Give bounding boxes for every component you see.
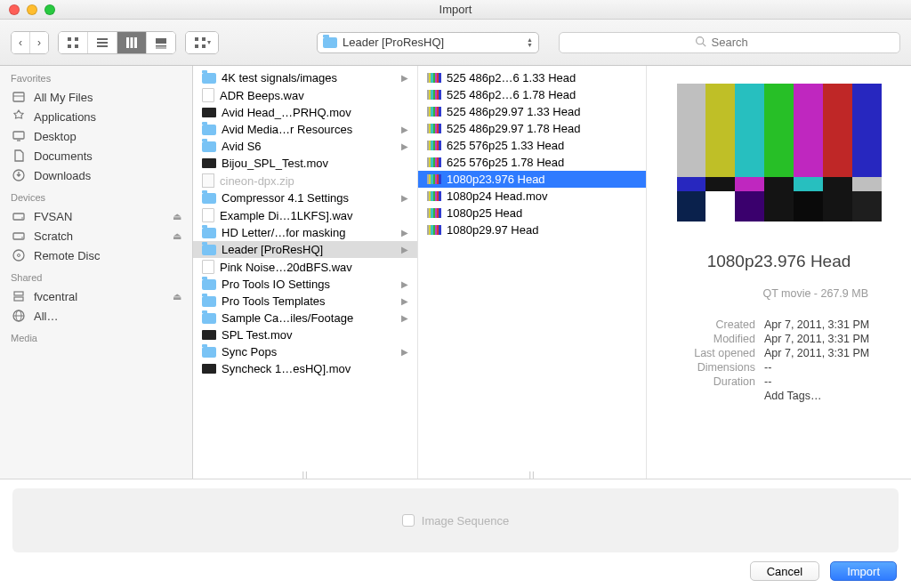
file-row[interactable]: 525 486p29.97 1.33 Head — [418, 103, 646, 120]
eject-icon[interactable]: ⏏ — [173, 230, 181, 242]
location-popup[interactable]: Leader [ProResHQ] ▲▼ — [317, 32, 539, 53]
nav-back-forward: ‹ › — [11, 31, 49, 54]
column-resize-handle[interactable]: || — [528, 471, 535, 479]
sidebar-item[interactable]: fvcentral⏏ — [0, 286, 192, 306]
svg-rect-5 — [97, 42, 108, 44]
metadata-row: Dimensions-- — [663, 360, 895, 375]
disc-icon — [11, 248, 27, 262]
arrange-button[interactable]: ▾ — [186, 32, 218, 53]
view-coverflow-button[interactable] — [146, 32, 175, 53]
sidebar-item[interactable]: All… — [0, 306, 192, 326]
svg-rect-12 — [156, 47, 166, 48]
file-row[interactable]: Bijou_SPL_Test.mov — [193, 155, 417, 172]
eject-icon[interactable]: ⏏ — [173, 291, 181, 302]
view-list-button[interactable] — [87, 32, 117, 53]
file-row[interactable]: Syncheck 1…esHQ].mov — [193, 360, 417, 377]
file-label: Leader [ProResHQ] — [222, 243, 323, 256]
file-row[interactable]: 1080p29.97 Head — [418, 222, 646, 238]
file-row[interactable]: 525 486p29.97 1.78 Head — [418, 120, 646, 137]
file-row[interactable]: Compressor 4.1 Settings▶ — [193, 189, 417, 206]
chevron-right-icon: ▶ — [401, 245, 412, 254]
sidebar-item[interactable]: Desktop — [0, 126, 192, 146]
svg-point-29 — [18, 254, 20, 257]
server-icon — [11, 289, 27, 303]
file-row[interactable]: Sync Pops▶ — [193, 343, 417, 360]
arrange-menu[interactable]: ▾ — [185, 31, 219, 54]
sidebar-item[interactable]: Remote Disc — [0, 246, 192, 265]
file-row[interactable]: Avid Media…r Resources▶ — [193, 121, 417, 138]
sidebar-item[interactable]: Documents — [0, 146, 192, 165]
file-label: Avid Head_…PRHQ.mov — [222, 106, 351, 119]
colorbars-icon — [427, 174, 441, 184]
chevron-right-icon: ▶ — [401, 125, 412, 134]
location-label: Leader [ProResHQ] — [343, 36, 444, 49]
nav-forward-button[interactable]: › — [29, 32, 48, 53]
file-row[interactable]: cineon-dpx.zip — [193, 172, 417, 189]
file-label: 525 486p29.97 1.33 Head — [447, 105, 580, 118]
file-row[interactable]: Avid S6▶ — [193, 138, 417, 155]
search-icon — [695, 36, 706, 50]
file-row[interactable]: 525 486p2…6 1.78 Head — [418, 86, 646, 103]
image-sequence-label: Image Sequence — [422, 514, 509, 528]
sidebar-item[interactable]: Applications — [0, 107, 192, 126]
file-row[interactable]: Avid Head_…PRHQ.mov — [193, 104, 417, 121]
file-row[interactable]: Example Di…1LKFS].wav — [193, 206, 417, 224]
sidebar-group-header: Devices — [0, 185, 192, 206]
file-row[interactable]: 625 576p25 1.78 Head — [418, 154, 646, 171]
file-row[interactable]: 1080p23.976 Head — [418, 171, 646, 188]
cancel-button[interactable]: Cancel — [750, 561, 819, 581]
sidebar-item-label: Documents — [34, 149, 93, 163]
svg-rect-31 — [14, 297, 23, 301]
file-row[interactable]: 1080p24 Head.mov — [418, 188, 646, 205]
file-label: 1080p25 Head — [447, 206, 522, 220]
folder-icon — [202, 279, 216, 290]
sidebar-group-header: Shared — [0, 265, 192, 286]
sidebar-item[interactable]: FVSAN⏏ — [0, 206, 192, 226]
svg-rect-13 — [195, 37, 198, 41]
svg-rect-2 — [68, 44, 71, 48]
file-row[interactable]: 1080p25 Head — [418, 205, 646, 222]
search-field[interactable] — [559, 32, 900, 53]
drive-icon — [11, 229, 27, 243]
file-label: 1080p24 Head.mov — [447, 189, 547, 203]
file-row[interactable]: HD Letter/…for masking▶ — [193, 224, 417, 241]
sidebar-item[interactable]: Downloads — [0, 165, 192, 185]
file-row[interactable]: 525 486p2…6 1.33 Head — [418, 69, 646, 86]
svg-rect-6 — [97, 45, 108, 47]
view-column-button[interactable] — [117, 32, 146, 53]
nav-back-button[interactable]: ‹ — [12, 32, 29, 53]
folder-icon — [202, 347, 216, 358]
file-label: Example Di…1LKFS].wav — [220, 209, 353, 222]
file-row[interactable]: 625 576p25 1.33 Head — [418, 137, 646, 154]
search-input[interactable] — [712, 36, 765, 49]
file-row[interactable]: SPL Test.mov — [193, 326, 417, 343]
column-resize-handle[interactable]: || — [302, 471, 308, 479]
file-row[interactable]: Leader [ProResHQ]▶ — [193, 241, 417, 258]
file-row[interactable]: ADR Beeps.wav — [193, 86, 417, 104]
sidebar-item[interactable]: Scratch⏏ — [0, 226, 192, 246]
browser-columns: FavoritesAll My FilesApplicationsDesktop… — [0, 66, 911, 479]
movie-icon — [202, 364, 216, 374]
metadata-value: -- — [764, 375, 771, 388]
file-row[interactable]: Pink Noise…20dBFS.wav — [193, 258, 417, 276]
colorbars-icon — [427, 73, 441, 83]
add-tags-link[interactable]: Add Tags… — [764, 390, 821, 402]
file-label: 4K test signals/images — [222, 71, 337, 85]
file-label: HD Letter/…for masking — [222, 226, 345, 239]
file-row[interactable]: Sample Ca…iles/Footage▶ — [193, 310, 417, 326]
file-label: Avid S6 — [222, 140, 262, 153]
file-label: Sync Pops — [222, 345, 277, 358]
file-row[interactable]: Pro Tools IO Settings▶ — [193, 276, 417, 293]
view-icon-button[interactable] — [59, 32, 87, 53]
options-row: Image Sequence — [12, 488, 899, 552]
colorbars-icon — [427, 208, 441, 218]
metadata-value: Apr 7, 2011, 3:31 PM — [764, 333, 869, 345]
file-label: 1080p23.976 Head — [447, 173, 545, 186]
chevron-right-icon: ▶ — [401, 313, 412, 323]
eject-icon[interactable]: ⏏ — [173, 211, 181, 222]
import-button[interactable]: Import — [830, 561, 897, 581]
file-row[interactable]: 4K test signals/images▶ — [193, 69, 417, 86]
file-label: Avid Media…r Resources — [222, 123, 352, 136]
file-row[interactable]: Pro Tools Templates▶ — [193, 293, 417, 310]
sidebar-item[interactable]: All My Files — [0, 87, 192, 107]
